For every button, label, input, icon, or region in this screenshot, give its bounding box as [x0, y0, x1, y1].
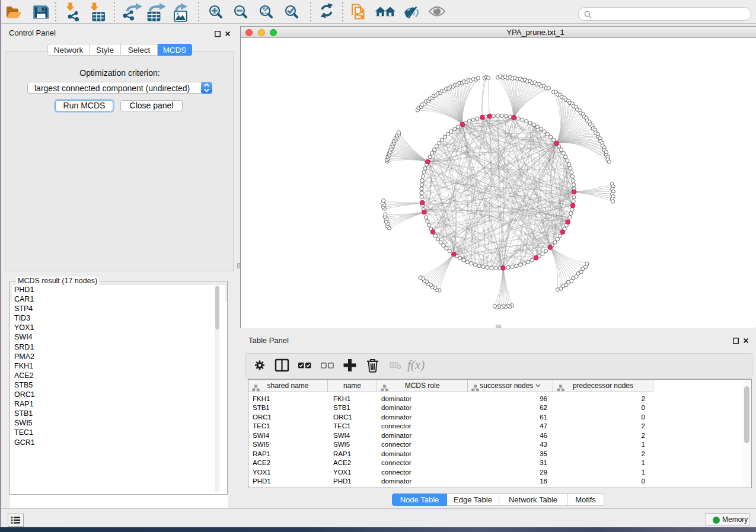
svg-text:f(x): f(x) [407, 358, 425, 372]
